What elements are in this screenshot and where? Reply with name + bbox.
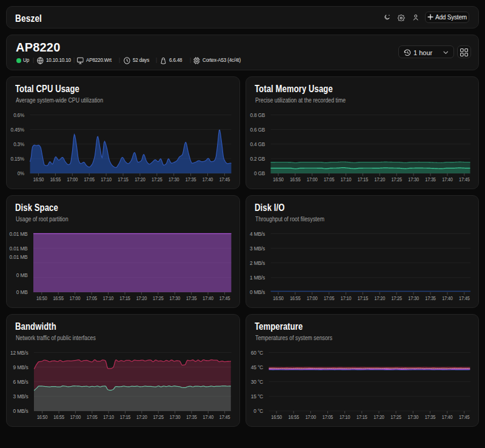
svg-text:0 MB: 0 MB: [16, 272, 28, 278]
svg-text:0.3%: 0.3%: [13, 141, 24, 147]
svg-text:17:45: 17:45: [459, 176, 470, 182]
svg-text:17:25: 17:25: [153, 413, 164, 420]
svg-text:17:05: 17:05: [324, 295, 335, 301]
svg-text:0 MB: 0 MB: [16, 289, 28, 295]
svg-text:0.6%: 0.6%: [13, 112, 24, 118]
svg-text:9 MB/s: 9 MB/s: [13, 364, 28, 370]
svg-text:45 °C: 45 °C: [251, 364, 264, 370]
svg-text:16:55: 16:55: [290, 295, 301, 301]
svg-text:3 MB/s: 3 MB/s: [250, 245, 265, 252]
svg-text:17:15: 17:15: [119, 295, 130, 301]
svg-text:0.01 MB: 0.01 MB: [10, 245, 28, 252]
svg-text:17:20: 17:20: [135, 176, 146, 182]
svg-text:17:25: 17:25: [390, 413, 401, 420]
svg-text:0.4 GB: 0.4 GB: [250, 141, 265, 147]
svg-text:17:40: 17:40: [203, 413, 214, 420]
svg-text:17:35: 17:35: [186, 413, 197, 420]
svg-text:0 MB/s: 0 MB/s: [13, 407, 28, 414]
svg-text:17:40: 17:40: [442, 413, 453, 420]
svg-text:17:40: 17:40: [202, 295, 213, 301]
svg-text:0.01 MB: 0.01 MB: [10, 253, 28, 260]
svg-text:17:25: 17:25: [391, 295, 402, 301]
svg-text:3 MB/s: 3 MB/s: [13, 393, 28, 400]
svg-text:17:45: 17:45: [219, 176, 230, 182]
svg-text:17:20: 17:20: [373, 413, 384, 420]
svg-text:0.6 GB: 0.6 GB: [250, 126, 265, 133]
svg-text:0 °C: 0 °C: [253, 407, 263, 414]
svg-text:17:45: 17:45: [219, 413, 230, 420]
svg-text:17:05: 17:05: [323, 413, 333, 420]
svg-text:17:25: 17:25: [391, 176, 402, 182]
svg-text:17:30: 17:30: [408, 295, 419, 301]
svg-text:16:55: 16:55: [289, 413, 299, 420]
svg-text:17:05: 17:05: [324, 176, 335, 182]
svg-text:17:35: 17:35: [425, 295, 436, 301]
svg-text:17:30: 17:30: [408, 413, 419, 420]
svg-text:17:35: 17:35: [186, 176, 196, 182]
svg-text:0.01 MB: 0.01 MB: [10, 230, 28, 237]
svg-text:16:55: 16:55: [50, 176, 61, 182]
svg-text:17:00: 17:00: [307, 176, 318, 182]
svg-text:17:30: 17:30: [408, 176, 419, 182]
svg-text:17:15: 17:15: [356, 413, 367, 420]
svg-text:0 GB: 0 GB: [254, 170, 265, 176]
svg-text:17:05: 17:05: [86, 295, 97, 301]
svg-text:17:10: 17:10: [101, 176, 112, 182]
svg-text:17:15: 17:15: [358, 295, 369, 301]
svg-text:2 MB/s: 2 MB/s: [250, 259, 265, 266]
svg-text:17:00: 17:00: [70, 413, 81, 420]
svg-text:16:50: 16:50: [37, 413, 48, 420]
svg-text:17:05: 17:05: [84, 176, 95, 182]
svg-text:17:35: 17:35: [425, 413, 436, 420]
svg-text:17:05: 17:05: [87, 413, 98, 420]
svg-text:17:40: 17:40: [442, 295, 453, 301]
svg-text:17:10: 17:10: [341, 295, 352, 301]
svg-text:17:20: 17:20: [375, 295, 386, 301]
svg-text:17:45: 17:45: [459, 413, 470, 420]
svg-text:17:40: 17:40: [202, 176, 213, 182]
svg-text:17:00: 17:00: [70, 295, 81, 301]
svg-text:17:25: 17:25: [153, 295, 164, 301]
svg-text:16:55: 16:55: [53, 413, 64, 420]
svg-text:17:40: 17:40: [442, 176, 453, 182]
svg-text:0.45%: 0.45%: [11, 126, 25, 133]
svg-text:17:15: 17:15: [118, 176, 129, 182]
svg-text:17:35: 17:35: [425, 176, 436, 182]
svg-text:0.15%: 0.15%: [11, 155, 25, 162]
svg-text:17:10: 17:10: [341, 176, 352, 182]
svg-text:0.8 GB: 0.8 GB: [250, 112, 265, 118]
svg-text:17:45: 17:45: [219, 295, 230, 301]
svg-text:15 °C: 15 °C: [251, 393, 264, 400]
svg-text:4 MB/s: 4 MB/s: [250, 230, 265, 237]
svg-text:17:10: 17:10: [340, 413, 350, 420]
svg-text:0 MB/s: 0 MB/s: [250, 289, 265, 295]
svg-text:0.2 GB: 0.2 GB: [250, 155, 265, 162]
svg-text:16:55: 16:55: [53, 295, 64, 301]
svg-text:16:50: 16:50: [273, 295, 284, 301]
svg-text:16:50: 16:50: [33, 176, 44, 182]
svg-text:17:15: 17:15: [358, 176, 369, 182]
svg-text:17:20: 17:20: [375, 176, 386, 182]
svg-text:6 MB/s: 6 MB/s: [13, 378, 28, 385]
svg-text:1 MB/s: 1 MB/s: [250, 274, 265, 281]
svg-text:17:45: 17:45: [459, 295, 470, 301]
svg-text:60 °C: 60 °C: [251, 349, 264, 356]
svg-text:16:50: 16:50: [36, 295, 47, 301]
svg-text:17:20: 17:20: [136, 295, 147, 301]
svg-text:12 MB/s: 12 MB/s: [10, 349, 28, 356]
svg-text:17:35: 17:35: [186, 295, 197, 301]
svg-text:17:30: 17:30: [169, 176, 179, 182]
svg-text:30 °C: 30 °C: [251, 378, 264, 385]
svg-text:17:00: 17:00: [67, 176, 78, 182]
svg-text:16:55: 16:55: [290, 176, 301, 182]
svg-text:17:30: 17:30: [170, 295, 181, 301]
svg-text:17:00: 17:00: [306, 413, 316, 420]
svg-text:17:20: 17:20: [136, 413, 147, 420]
svg-text:16:50: 16:50: [271, 413, 282, 420]
svg-text:16:50: 16:50: [273, 176, 284, 182]
svg-text:0%: 0%: [18, 170, 25, 176]
svg-text:17:30: 17:30: [170, 413, 181, 420]
svg-text:17:25: 17:25: [152, 176, 162, 182]
svg-text:17:15: 17:15: [120, 413, 131, 420]
svg-text:17:00: 17:00: [307, 295, 318, 301]
